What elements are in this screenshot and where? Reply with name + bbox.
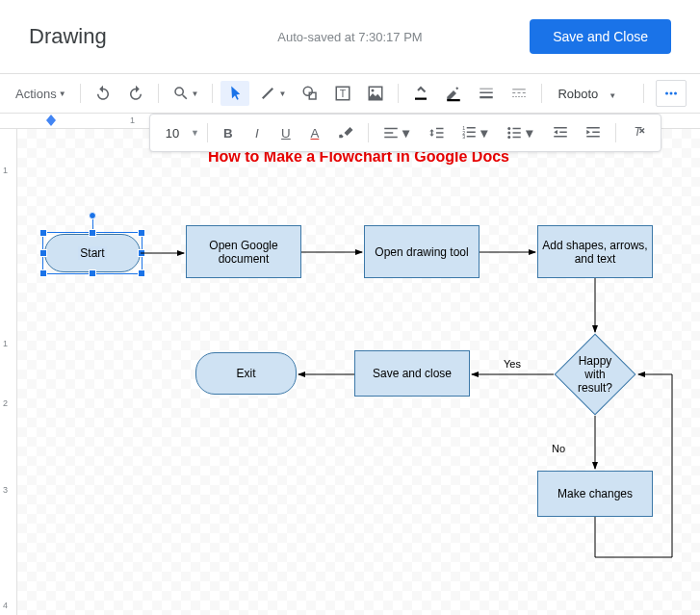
svg-rect-30	[467, 132, 476, 134]
svg-point-33	[508, 132, 511, 135]
svg-rect-1	[310, 92, 317, 99]
image-tool[interactable]	[361, 81, 390, 106]
text-color-button[interactable]: A	[302, 122, 327, 144]
svg-point-34	[508, 136, 511, 139]
separator	[615, 123, 616, 142]
svg-rect-9	[480, 92, 494, 94]
shape-open-draw[interactable]: Open drawing tool	[364, 225, 480, 278]
svg-rect-7	[448, 99, 461, 101]
tab-marker[interactable]	[46, 117, 56, 125]
textbox-tool[interactable]: T	[328, 81, 357, 106]
separator	[80, 84, 81, 103]
ruler-tick: 1	[130, 115, 135, 125]
select-tool[interactable]	[220, 81, 249, 106]
svg-point-21	[670, 92, 673, 95]
svg-rect-12	[513, 92, 516, 93]
align-button[interactable]: ▼	[376, 120, 418, 145]
svg-rect-18	[522, 96, 524, 97]
svg-rect-24	[384, 132, 393, 134]
zoom-button[interactable]: ▼	[167, 81, 205, 106]
svg-rect-37	[513, 137, 521, 139]
svg-rect-36	[513, 132, 521, 134]
shape-exit[interactable]: Exit	[195, 352, 297, 395]
line-spacing-button[interactable]	[422, 120, 451, 145]
more-button[interactable]	[656, 80, 687, 107]
svg-point-5	[372, 90, 375, 92]
separator	[368, 123, 369, 142]
shape-decision[interactable]: Happy with result?	[555, 334, 636, 416]
svg-rect-31	[467, 136, 476, 138]
main-toolbar: Actions ▼ ▼ ▼ T Roboto ▼	[0, 74, 700, 114]
text-format-toolbar: ▼ B I U A ▼ 123▼ ▼ T	[149, 114, 661, 152]
svg-rect-13	[518, 92, 521, 93]
svg-rect-38	[554, 127, 567, 129]
svg-point-22	[674, 92, 677, 95]
shape-start[interactable]: Start	[44, 234, 141, 272]
underline-button[interactable]: U	[273, 122, 298, 144]
svg-rect-25	[384, 137, 398, 139]
shape-make-changes[interactable]: Make changes	[537, 471, 653, 517]
svg-rect-41	[586, 127, 600, 129]
dialog-title: Drawing	[29, 24, 107, 49]
resize-handle[interactable]	[138, 229, 145, 237]
svg-rect-39	[559, 132, 567, 134]
horizontal-ruler: 1 7 ▼ B I U A ▼ 123▼ ▼ T	[0, 114, 700, 129]
highlight-button[interactable]	[331, 120, 360, 145]
clear-formatting-button[interactable]: T	[624, 120, 653, 145]
autosave-status: Auto-saved at 7:30:17 PM	[277, 30, 422, 44]
resize-handle[interactable]	[39, 269, 47, 277]
line-tool[interactable]: ▼	[253, 81, 292, 106]
ruler-tick: 4	[3, 601, 8, 610]
ruler-tick: 1	[3, 339, 8, 348]
resize-handle[interactable]	[138, 269, 145, 277]
svg-rect-42	[592, 132, 600, 134]
decrease-indent-button[interactable]	[546, 120, 575, 145]
border-dash-button[interactable]	[505, 81, 533, 106]
font-size-input[interactable]	[158, 126, 187, 141]
edge-label-yes[interactable]: Yes	[504, 358, 521, 370]
rotate-handle[interactable]	[89, 212, 96, 219]
border-weight-button[interactable]	[472, 81, 501, 106]
bold-button[interactable]: B	[216, 122, 241, 144]
font-select[interactable]: Roboto ▼	[550, 83, 635, 105]
separator	[207, 123, 208, 142]
edge-label-no[interactable]: No	[552, 443, 565, 454]
actions-menu[interactable]: Actions ▼	[10, 83, 72, 105]
svg-rect-6	[415, 98, 427, 100]
svg-point-0	[304, 87, 313, 95]
shape-tool[interactable]	[296, 81, 324, 106]
svg-rect-19	[525, 96, 527, 97]
numbered-list-button[interactable]: 123▼	[454, 120, 496, 145]
fill-color-button[interactable]	[406, 81, 435, 106]
undo-button[interactable]	[89, 81, 117, 106]
separator	[643, 84, 644, 103]
shape-save-close[interactable]: Save and close	[354, 350, 470, 397]
resize-handle[interactable]	[39, 229, 47, 237]
increase-indent-button[interactable]	[579, 120, 608, 145]
svg-rect-40	[554, 136, 567, 138]
svg-rect-14	[523, 92, 526, 93]
drawing-canvas[interactable]: How to Make a Flowchart in Google Docs S…	[17, 129, 700, 615]
separator	[212, 84, 213, 103]
bulleted-list-button[interactable]: ▼	[500, 120, 541, 145]
italic-button[interactable]: I	[245, 122, 270, 144]
svg-rect-35	[513, 128, 521, 130]
svg-rect-11	[513, 90, 527, 90]
save-and-close-button[interactable]: Save and Close	[530, 19, 671, 54]
shape-open-doc[interactable]: Open Google document	[186, 225, 301, 278]
separator	[541, 84, 542, 103]
svg-text:3: 3	[462, 134, 465, 140]
svg-rect-29	[467, 127, 476, 129]
font-size-dropdown[interactable]: ▼	[191, 128, 199, 138]
svg-point-32	[508, 127, 511, 130]
vertical-ruler: 1 1 2 3 4	[0, 129, 17, 615]
separator	[398, 84, 399, 103]
svg-rect-16	[516, 96, 518, 97]
border-color-button[interactable]	[439, 81, 468, 106]
svg-rect-17	[519, 96, 521, 97]
svg-text:T: T	[340, 88, 347, 99]
redo-button[interactable]	[121, 81, 150, 106]
shape-add-shapes[interactable]: Add shapes, arrows, and text	[537, 225, 653, 278]
ruler-tick: 2	[3, 398, 8, 408]
ruler-tick: 1	[3, 166, 8, 175]
